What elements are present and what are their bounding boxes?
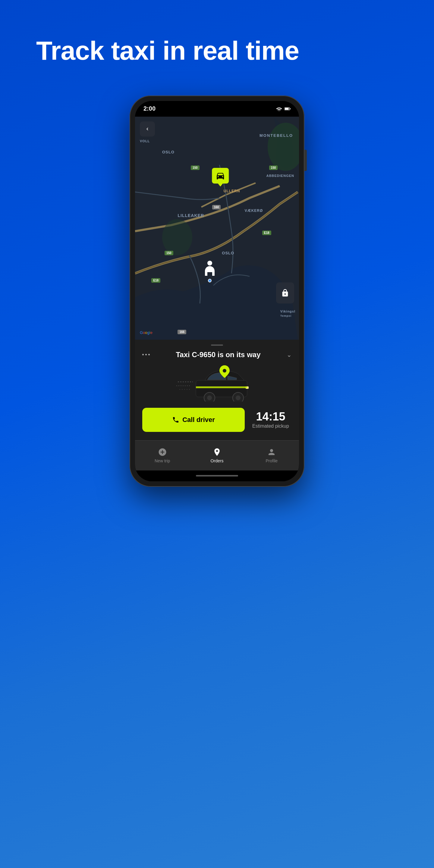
power-button <box>304 150 307 171</box>
call-driver-label: Call driver <box>182 416 215 424</box>
phone-icon <box>172 416 179 424</box>
bottom-navigation: New trip Orders Profile <box>135 440 299 470</box>
map-roads <box>135 117 299 340</box>
road-badge-150-bottom: 150 <box>164 251 173 255</box>
phone-mockup: 2:00 <box>130 96 304 487</box>
montebello-label: MONTEBELLO <box>259 133 293 138</box>
svg-point-16 <box>223 369 226 373</box>
road-badge-150-left: 150 <box>191 165 199 170</box>
svg-rect-15 <box>196 386 247 388</box>
oslo-label-center: OSLO <box>222 251 234 255</box>
map-view: MONTEBELLO OSLO VOLL ULLERN ABBEDIENGEN … <box>135 117 299 340</box>
user-location-marker <box>204 260 216 282</box>
new-trip-icon <box>158 447 167 457</box>
road-badge-e18-right: E18 <box>262 230 271 235</box>
svg-point-13 <box>236 396 241 400</box>
bottom-sheet: Taxi C-9650 is on its way ⌄ <box>135 340 299 440</box>
page-title: Track taxi in real time <box>36 36 398 65</box>
pickup-info: 14:15 Estimated pickup <box>250 411 292 429</box>
lock-icon <box>281 288 289 298</box>
battery-icon <box>284 107 290 111</box>
oslo-label-nw: OSLO <box>162 150 175 154</box>
taxi-map-marker <box>212 168 229 184</box>
lock-button[interactable] <box>276 282 294 304</box>
nav-item-new-trip[interactable]: New trip <box>135 441 190 470</box>
person-dot <box>208 279 212 282</box>
nav-item-orders[interactable]: Orders <box>190 441 244 470</box>
nav-item-profile[interactable]: Profile <box>244 441 299 470</box>
road-badge-160: 160 <box>212 205 221 210</box>
back-chevron-icon <box>145 126 150 132</box>
nav-label-profile: Profile <box>266 458 278 463</box>
sheet-header: Taxi C-9650 is on its way ⌄ <box>142 350 292 359</box>
svg-point-3 <box>268 123 299 171</box>
taxi-animation <box>142 364 292 403</box>
nav-label-new-trip: New trip <box>155 458 170 463</box>
profile-icon <box>267 447 276 457</box>
svg-point-4 <box>162 219 192 255</box>
dots-menu[interactable] <box>142 354 150 355</box>
home-bar <box>135 470 299 481</box>
svg-rect-1 <box>290 108 290 110</box>
road-badge-e18-left: E18 <box>151 278 160 283</box>
svg-point-11 <box>207 396 212 400</box>
taxi-car-illustration <box>175 365 259 401</box>
wifi-icon <box>276 107 282 111</box>
abbediengen-label: ABBEDIENGEN <box>267 174 294 178</box>
status-bar: 2:00 <box>135 101 299 117</box>
chevron-down-icon[interactable]: ⌄ <box>287 351 292 358</box>
call-driver-button[interactable]: Call driver <box>142 408 245 432</box>
nav-label-orders: Orders <box>211 458 224 463</box>
vikingslo-label: VikingslTempoi <box>280 309 296 318</box>
status-time: 2:00 <box>144 105 156 112</box>
pickup-time: 14:15 <box>250 411 292 422</box>
svg-point-5 <box>207 261 212 266</box>
vaekero-label: VÆKERØ <box>245 209 263 213</box>
ullern-label: ULLERN <box>224 189 240 193</box>
voll-label: VOLL <box>140 139 150 143</box>
road-badge-150-right: 150 <box>269 165 278 170</box>
sheet-title: Taxi C-9650 is on its way <box>150 350 287 359</box>
back-button[interactable] <box>140 121 155 136</box>
home-indicator <box>196 475 238 476</box>
pickup-label: Estimated pickup <box>250 424 292 429</box>
status-icons <box>276 107 290 111</box>
google-watermark: Google <box>140 330 153 335</box>
road-badge-166: 166 <box>178 330 186 334</box>
person-icon <box>204 260 216 278</box>
svg-rect-2 <box>285 108 289 110</box>
lilleaker-label: LILLEAKER <box>178 213 204 218</box>
orders-icon <box>213 447 221 457</box>
sheet-handle <box>211 344 223 346</box>
taxi-icon <box>216 171 225 181</box>
bottom-actions: Call driver 14:15 Estimated pickup <box>142 408 292 434</box>
